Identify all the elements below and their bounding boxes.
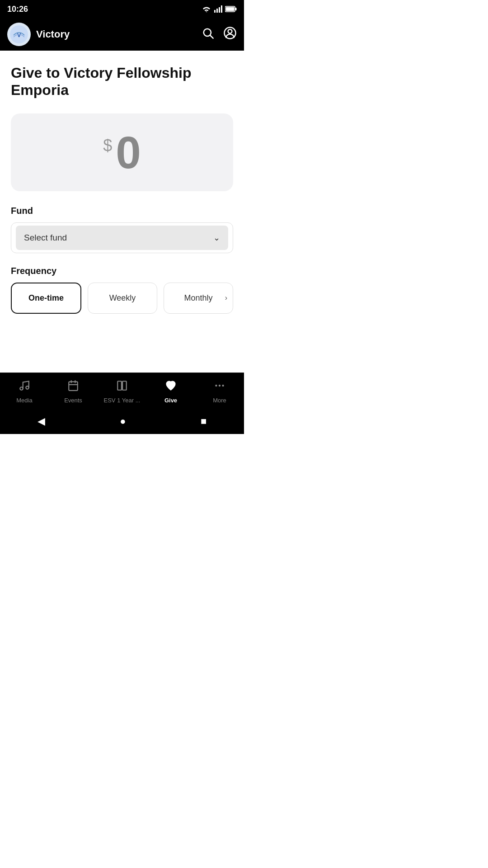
frequency-weekly[interactable]: Weekly [88, 283, 157, 314]
android-nav: ◀ ● ■ [0, 409, 244, 434]
svg-rect-20 [122, 381, 127, 390]
svg-rect-1 [216, 9, 218, 13]
music-icon [19, 380, 30, 395]
battery-icon [225, 6, 237, 12]
frequency-one-time[interactable]: One-time [11, 283, 81, 314]
profile-button[interactable] [223, 26, 237, 43]
fund-placeholder: Select fund [24, 233, 67, 243]
svg-line-10 [210, 35, 213, 38]
amount-input-box[interactable]: $ 0 [11, 113, 233, 191]
amount-value: 0 [116, 130, 141, 175]
nav-item-esv[interactable]: ESV 1 Year ... [98, 380, 146, 404]
signal-icon [214, 5, 222, 13]
app-logo: V [7, 23, 31, 46]
svg-point-13 [20, 387, 23, 390]
wifi-icon [202, 5, 211, 13]
svg-rect-2 [219, 7, 220, 13]
nav-item-events[interactable]: Events [49, 380, 98, 404]
svg-point-12 [228, 29, 232, 33]
status-icons [202, 5, 237, 13]
nav-label-more: More [213, 397, 226, 404]
bottom-nav: Media Events ESV 1 Year ... [0, 373, 244, 409]
header-left: V Victory [7, 23, 70, 46]
fund-dropdown-wrapper: Select fund ⌄ [11, 222, 233, 253]
frequency-monthly[interactable]: Monthly › [164, 283, 233, 314]
svg-rect-0 [214, 10, 216, 13]
svg-rect-5 [235, 8, 237, 10]
currency-symbol: $ [103, 136, 112, 155]
chevron-right-icon: › [225, 294, 227, 302]
svg-point-22 [219, 385, 221, 387]
frequency-buttons: One-time Weekly Monthly › [11, 283, 233, 314]
app-header: V Victory [0, 18, 244, 51]
svg-point-23 [222, 385, 224, 387]
more-dots-icon [214, 380, 225, 395]
app-name: Victory [36, 28, 70, 40]
svg-rect-3 [221, 5, 222, 13]
svg-rect-6 [226, 7, 235, 11]
nav-item-more[interactable]: More [195, 380, 244, 404]
nav-item-media[interactable]: Media [0, 380, 49, 404]
heart-icon [165, 380, 177, 395]
chevron-down-icon: ⌄ [213, 233, 220, 243]
book-icon [116, 380, 128, 395]
fund-section: Fund Select fund ⌄ [11, 206, 233, 253]
back-button[interactable]: ◀ [38, 415, 45, 427]
search-button[interactable] [202, 27, 214, 42]
frequency-section: Frequency One-time Weekly Monthly › [11, 266, 233, 314]
main-content: Give to Victory Fellowship Emporia $ 0 F… [0, 51, 244, 314]
fund-label: Fund [11, 206, 233, 216]
nav-label-give: Give [164, 397, 177, 404]
svg-point-21 [215, 385, 217, 387]
logo-icon: V [10, 25, 28, 43]
home-button[interactable]: ● [120, 415, 126, 427]
nav-label-esv: ESV 1 Year ... [104, 397, 141, 404]
nav-label-events: Events [64, 397, 82, 404]
page-title: Give to Victory Fellowship Emporia [11, 64, 233, 99]
svg-point-14 [26, 386, 29, 389]
svg-rect-19 [117, 381, 122, 390]
svg-rect-15 [69, 382, 78, 391]
status-bar: 10:26 [0, 0, 244, 18]
header-right [202, 26, 237, 43]
recents-button[interactable]: ■ [201, 415, 206, 427]
nav-label-media: Media [16, 397, 32, 404]
calendar-icon [67, 380, 79, 395]
fund-dropdown[interactable]: Select fund ⌄ [16, 226, 228, 250]
status-time: 10:26 [7, 5, 28, 14]
nav-item-give[interactable]: Give [146, 380, 195, 404]
frequency-label: Frequency [11, 266, 233, 276]
